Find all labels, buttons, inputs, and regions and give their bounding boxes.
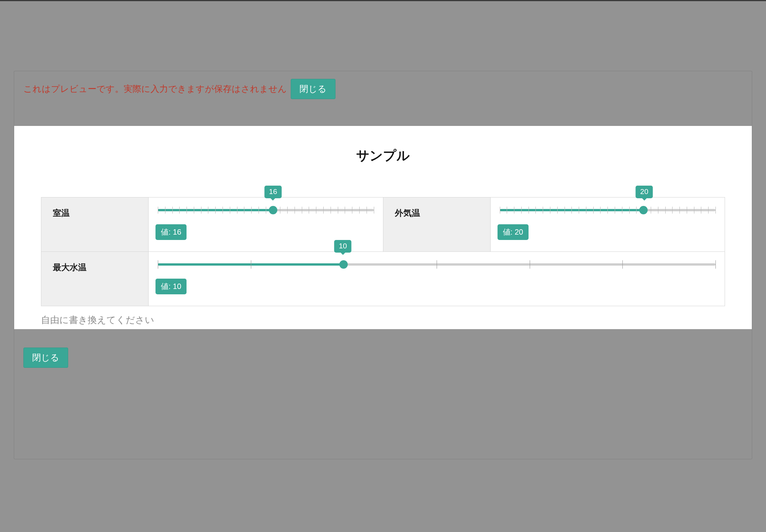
form-panel: サンプル 室温 16 値16 外気温 20 値20	[14, 126, 752, 329]
slider-room-temp[interactable]: 16	[155, 205, 376, 211]
field-label-outside-temp: 外気温	[383, 197, 490, 252]
table-row: 最大水温 10 値10	[41, 252, 725, 306]
value-badge-number: 20	[515, 228, 523, 236]
field-label-room-temp: 室温	[41, 197, 149, 252]
slider-thumb[interactable]	[639, 206, 648, 214]
slider-track-fill	[158, 209, 273, 211]
slider-thumb[interactable]	[269, 206, 277, 214]
slider-track-fill	[158, 263, 344, 266]
slider-track-fill	[500, 209, 644, 211]
slider-thumb[interactable]	[339, 260, 348, 269]
preview-header-row: これはプレビューです。実際に入力できますが保存はされません 閉じる	[14, 79, 752, 99]
value-badge-number: 10	[173, 282, 181, 290]
value-badge-max-water-temp: 値10	[155, 279, 187, 294]
preview-modal: これはプレビューです。実際に入力できますが保存はされません 閉じる サンプル 室…	[14, 71, 752, 459]
slider-value-bubble: 10	[334, 240, 352, 253]
value-badge-label: 値	[161, 282, 173, 290]
panel-title: サンプル	[41, 147, 725, 165]
close-button-bottom[interactable]: 閉じる	[23, 348, 68, 368]
slider-value-bubble: 20	[636, 186, 653, 198]
value-badge-label: 値	[161, 228, 173, 236]
slider-value-bubble: 16	[264, 186, 282, 198]
value-badge-number: 16	[173, 228, 181, 236]
modal-inner: これはプレビューです。実際に入力できますが保存はされません 閉じる サンプル 室…	[14, 71, 752, 377]
slider-outside-temp[interactable]: 20	[498, 205, 718, 211]
slider-track[interactable]	[158, 209, 374, 211]
form-table: 室温 16 値16 外気温 20 値20	[41, 197, 725, 306]
slider-track[interactable]	[158, 263, 715, 266]
freetext-input[interactable]	[41, 313, 725, 327]
field-label-max-water-temp: 最大水温	[41, 252, 149, 306]
freetext-row	[41, 313, 725, 329]
value-badge-room-temp: 値16	[155, 224, 187, 240]
slider-track[interactable]	[500, 209, 716, 211]
field-control-outside-temp: 20 値20	[490, 197, 725, 252]
modal-footer: 閉じる	[14, 329, 752, 368]
preview-warning-text: これはプレビューです。実際に入力できますが保存はされません	[23, 83, 287, 95]
value-badge-label: 値	[503, 228, 515, 236]
slider-max-water-temp[interactable]: 10	[155, 259, 718, 266]
table-row: 室温 16 値16 外気温 20 値20	[41, 197, 725, 252]
close-button-top[interactable]: 閉じる	[291, 79, 336, 99]
field-control-max-water-temp: 10 値10	[149, 252, 725, 306]
value-badge-outside-temp: 値20	[498, 224, 529, 240]
